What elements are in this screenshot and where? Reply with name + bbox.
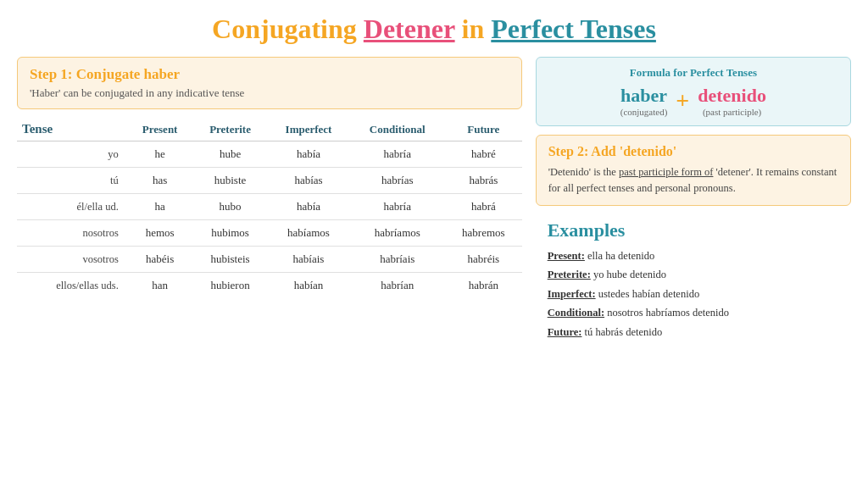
col-header-imperfect: Imperfect	[268, 118, 350, 141]
step1-box: Step 1: Conjugate haber 'Haber' can be c…	[17, 57, 522, 109]
left-column: Step 1: Conjugate haber 'Haber' can be c…	[17, 57, 522, 474]
formula-plus-icon: +	[676, 89, 689, 113]
formula-haber: haber	[620, 85, 667, 107]
examples-box: Examples Present: ella ha detenidoPreter…	[536, 214, 851, 349]
col-header-conditional: Conditional	[349, 118, 445, 141]
table-row: túhashubistehabíashabríashabrás	[17, 168, 522, 194]
conjugation-table: Tense Present Preterite Imperfect Condit…	[17, 118, 522, 298]
step2-title: Step 2: Add 'detenido'	[548, 144, 838, 159]
examples-list: Present: ella ha detenidoPreterite: yo h…	[548, 247, 839, 342]
formula-title: Formula for Perfect Tenses	[548, 66, 838, 80]
formula-word1: haber (conjugated)	[620, 85, 668, 117]
examples-title: Examples	[548, 219, 839, 241]
example-item: Future: tú habrás detenido	[548, 323, 839, 342]
col-header-tense: Tense	[17, 118, 127, 141]
right-column: Formula for Perfect Tenses haber (conjug…	[536, 57, 851, 474]
formula-word2: detenido (past participle)	[698, 85, 766, 117]
step1-label: Step 1: Conjugate haber	[30, 66, 509, 83]
col-header-future: Future	[445, 118, 522, 141]
example-item: Imperfect: ustedes habían detenido	[548, 285, 839, 304]
formula-haber-label: (conjugated)	[620, 107, 668, 117]
example-item: Conditional: nosotros habríamos detenido	[548, 303, 839, 323]
col-header-present: Present	[127, 118, 193, 141]
page-title: Conjugating Detener in Perfect Tenses	[212, 14, 656, 45]
formula-detenido-label: (past participle)	[703, 107, 761, 117]
table-row: él/​ella ud.hahubohabíahabríahabrá	[17, 194, 522, 220]
example-item: Present: ella ha detenido	[548, 247, 839, 266]
step2-text: 'Detenido' is the past participle form o…	[548, 164, 838, 197]
col-header-preterite: Preterite	[192, 118, 267, 141]
step1-subtitle: 'Haber' can be conjugated in any indicat…	[30, 86, 509, 100]
formula-row: haber (conjugated) + detenido (past part…	[548, 85, 838, 117]
step2-box: Step 2: Add 'detenido' 'Detenido' is the…	[536, 135, 851, 206]
example-item: Preterite: yo hube detenido	[548, 265, 839, 285]
content-area: Step 1: Conjugate haber 'Haber' can be c…	[17, 57, 851, 474]
table-row: nosotroshemoshubimoshabíamoshabríamoshab…	[17, 220, 522, 247]
table-row: vosotroshabéishubisteishabíaishabríaisha…	[17, 247, 522, 273]
table-row: yohehubehabíahabríahabré	[17, 141, 522, 168]
table-row: ellos/​ellas uds.hanhubieronhabíanhabría…	[17, 273, 522, 299]
formula-detenido: detenido	[698, 85, 766, 107]
formula-box: Formula for Perfect Tenses haber (conjug…	[536, 57, 851, 126]
